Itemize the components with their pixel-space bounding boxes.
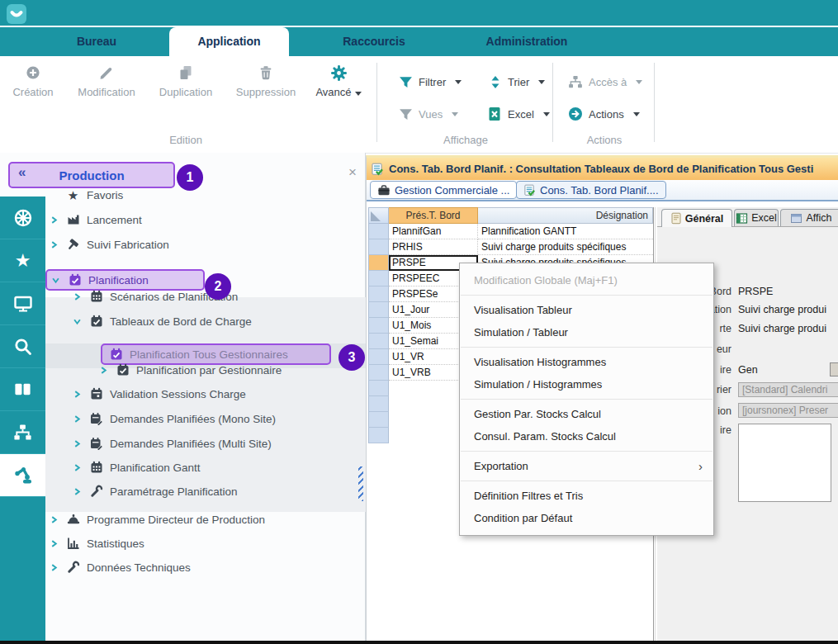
row-selector[interactable] (368, 396, 389, 412)
panel-tab-excel[interactable]: Excel (734, 209, 779, 226)
tree-item-demandes-planifiees-multi[interactable]: Demandes Planifiées (Multi Site) (45, 432, 366, 455)
org-chart-icon (568, 74, 583, 89)
row-selector[interactable] (368, 318, 389, 334)
tree-item-validation-sessions-charge[interactable]: Validation Sessions Charge (45, 382, 366, 405)
tree-item-planification-gantt[interactable]: Planification Gantt (45, 456, 366, 479)
column-header-designation[interactable]: Désignation (478, 207, 653, 224)
chevron-right-icon[interactable] (50, 515, 59, 524)
chevron-right-icon[interactable] (73, 414, 83, 424)
calendrier-input[interactable]: [Standard] Calendri (738, 382, 838, 397)
menu-item-simulation-histogrammes[interactable]: Simulation / Histogrammes (460, 373, 713, 395)
row-selector[interactable] (368, 349, 389, 365)
panel-splitter-handle[interactable] (358, 466, 363, 501)
menu-item-consul-param-stocks[interactable]: Consul. Param. Stocks Calcul (460, 425, 713, 447)
tree-item-demandes-planifiees-mono[interactable]: Demandes Planifiées (Mono Site) (45, 407, 366, 430)
filter-icon (399, 76, 413, 88)
table-row[interactable]: PlannifGan Plannification GANTT (368, 224, 653, 239)
chevron-down-icon[interactable] (52, 276, 61, 285)
chevron-right-icon[interactable] (73, 292, 83, 301)
panel-tab-affichage[interactable]: Affich (780, 209, 838, 226)
menu-item-gestion-par-stocks[interactable]: Gestion Par. Stocks Calcul (460, 403, 713, 425)
chevron-right-icon[interactable] (50, 563, 59, 572)
tab-cons-tab-bord-planif[interactable]: Cons. Tab. Bord Planif.... (516, 181, 666, 199)
vues-button[interactable]: Vues (399, 103, 458, 125)
commentaire-textarea[interactable] (738, 424, 831, 502)
chevron-right-icon[interactable] (73, 487, 83, 496)
tree-item-lancement[interactable]: Lancement (45, 208, 366, 231)
document-titlebar: Cons. Tab. Bord Planif. : Consultation T… (367, 158, 838, 180)
sidebar-wheel-button[interactable] (0, 197, 45, 239)
chevron-right-icon[interactable] (50, 539, 59, 548)
tree-item-donnees-techniques[interactable]: Données Techniques (45, 556, 366, 579)
sidebar-production-button[interactable] (0, 454, 45, 497)
tree-item-programme-directeur[interactable]: Programme Directeur de Production (45, 508, 366, 531)
trier-button[interactable]: Trier (489, 71, 545, 92)
ribbon-tab-bureau[interactable]: Bureau (50, 27, 144, 56)
table-row[interactable]: PRHIS Suivi charge produits spécifiques (368, 239, 653, 255)
tree-item-statistiques[interactable]: Statistiques (45, 532, 366, 555)
chevron-right-icon[interactable] (73, 439, 83, 448)
chevron-down-icon[interactable] (73, 317, 83, 326)
chevron-right-icon[interactable] (50, 240, 59, 249)
modification-button[interactable]: Modification (69, 64, 144, 98)
search-icon (13, 337, 33, 357)
acces-a-button[interactable]: Accès à (568, 71, 642, 92)
menu-item-visualisation-histogrammes[interactable]: Visualisation Histogrammes (460, 351, 713, 373)
row-selector[interactable] (368, 302, 389, 318)
tab-gestion-commerciale[interactable]: Gestion Commerciale ... (370, 181, 517, 199)
menu-item-exportation[interactable]: Exportation › (460, 455, 713, 477)
row-selector[interactable] (368, 271, 389, 286)
collapse-icon[interactable]: « (18, 164, 26, 181)
sidebar-split-view-button[interactable] (0, 368, 45, 411)
tree-item-tableaux-bord-charge[interactable]: Tableaux de Bord de Charge (45, 310, 366, 333)
dropdown-caret-icon (538, 80, 545, 84)
row-selector[interactable] (368, 286, 389, 302)
duplication-button[interactable]: Duplication (149, 64, 222, 98)
avance-button[interactable]: Avancé (305, 64, 372, 98)
lookup-button[interactable] (830, 362, 838, 376)
tree-item-parametrage-planification[interactable]: Paramétrage Planification (45, 480, 366, 503)
creation-button[interactable]: Création (7, 64, 59, 98)
tree-item-favoris[interactable]: ★ Favoris (45, 183, 366, 206)
panel-tab-general[interactable]: Général (661, 209, 732, 227)
ribbon-tab-application[interactable]: Application (169, 27, 289, 56)
sidebar-desktop-button[interactable] (0, 282, 45, 325)
menu-item-condition-par-defaut[interactable]: Condition par Défaut (460, 507, 713, 529)
menu-item-visualisation-tableur[interactable]: Visualisation Tableur (460, 299, 713, 321)
menu-item-simulation-tableur[interactable]: Simulation / Tableur (460, 321, 713, 343)
excel-button[interactable]: Excel (487, 103, 550, 125)
row-selector[interactable] (368, 381, 389, 396)
row-selector[interactable] (368, 334, 389, 349)
row-selector[interactable] (368, 255, 389, 271)
chevron-right-icon[interactable] (50, 215, 59, 225)
sidebar-search-button[interactable] (0, 325, 45, 368)
annotation-step-3: 3 (339, 344, 365, 371)
select-all-corner[interactable] (368, 207, 389, 224)
chevron-right-icon[interactable] (73, 463, 83, 472)
tree-item-suivi-fabrication[interactable]: Suivi Fabrication (45, 233, 366, 256)
ribbon-toolbar: Création Modification Duplication Suppre… (0, 56, 838, 154)
ribbon-tab-administration[interactable]: Administration (465, 27, 589, 56)
row-selector[interactable] (368, 239, 389, 255)
sidebar-favorites-button[interactable]: ★ (0, 239, 45, 282)
menu-separator (461, 451, 713, 452)
sidebar-hierarchy-button[interactable] (0, 411, 45, 454)
column-header-pres-t-bord[interactable]: Prés.T. Bord (389, 207, 478, 224)
actions-button[interactable]: Actions (568, 103, 640, 125)
menu-item-definition-filtres-tris[interactable]: Définition Filtres et Tris (460, 485, 713, 507)
tree-item-planification-par-gestionnaire[interactable]: Planification par Gestionnaire (45, 358, 366, 381)
calendar-check-icon (116, 363, 130, 377)
row-selector[interactable] (368, 412, 389, 428)
row-selector[interactable] (368, 224, 389, 239)
calendar-grid-icon (89, 461, 103, 475)
filtrer-button[interactable]: Filtrer (399, 71, 462, 92)
exception-input[interactable]: [joursnonex] Preser (738, 403, 838, 418)
chevron-right-icon[interactable] (100, 366, 109, 375)
spreadsheet-check-icon (523, 184, 536, 197)
sort-icon (489, 75, 502, 89)
row-selector[interactable] (368, 365, 389, 381)
ribbon-tab-raccourcis[interactable]: Raccourcis (326, 27, 422, 56)
row-selector[interactable] (368, 428, 389, 443)
chevron-right-icon[interactable] (73, 390, 83, 399)
suppression-button[interactable]: Suppression (228, 64, 304, 98)
